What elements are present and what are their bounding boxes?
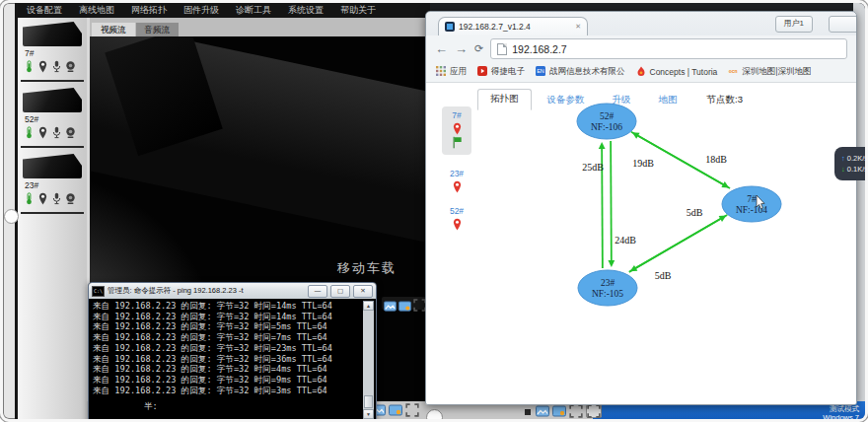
maximize-button[interactable]: ▢ (330, 285, 350, 298)
menu-item[interactable]: 系统设置 (288, 4, 324, 17)
node-nf-label: NF:-106 (591, 122, 622, 132)
device-thumbnail (23, 154, 82, 178)
cmd-vertical-scrollbar[interactable]: ▲ ▼ (363, 301, 374, 419)
edge-db-label: 5dB (687, 207, 703, 218)
menu-item[interactable]: 离线地图 (79, 4, 114, 17)
bookmarks-bar: 应用得捷电子EN战网信息技术有限公Concepts | Tutoriaocn深圳… (426, 62, 856, 83)
topology-node[interactable]: 52#NF:-106 (577, 104, 636, 139)
page-device-item[interactable]: 23# (442, 169, 471, 193)
device-card[interactable]: 23# (18, 150, 87, 216)
cmd-titlebar[interactable]: C:\ 管理员: 命令提示符 - ping 192.168.2.23 -t — … (89, 283, 376, 299)
topology-node[interactable]: 23#NF:-105 (578, 270, 637, 306)
device-label: 23# (25, 180, 84, 190)
edge-db-label: 19dB (632, 158, 654, 169)
page-icon (497, 43, 507, 55)
bookmark-item[interactable]: EN战网信息技术有限公 (536, 66, 625, 78)
device-card[interactable]: 52# (18, 84, 87, 150)
network-speed-badge[interactable]: ↑0.2K/s ↓0.1K/s (834, 147, 868, 180)
pin-icon[interactable] (37, 59, 48, 77)
camera-icon[interactable] (65, 125, 76, 143)
page-device-item[interactable]: 52# (442, 206, 471, 231)
bookmark-label: 应用 (450, 66, 467, 78)
edge-db-label: 5dB (655, 270, 672, 281)
cmd-icon: C:\ (92, 286, 105, 297)
window-control-button[interactable] (829, 16, 857, 33)
en-icon: EN (536, 66, 545, 78)
fullscreen-icon[interactable] (405, 404, 419, 416)
page-device-item[interactable]: 7# (442, 106, 471, 155)
bookmark-item[interactable]: 应用 (436, 66, 467, 78)
page-tab[interactable]: 拓扑图 (477, 89, 532, 110)
topology-graph: 25dB19dB18dB5dB24dB5dB52#NF:-1067#NF:-10… (532, 93, 828, 324)
device-label: 7# (442, 110, 471, 120)
menu-item[interactable]: 诊断工具 (236, 4, 271, 17)
page-content: 拓扑图设备参数升级地图节点数:3 7#23#52# 25dB19dB18dB5d… (426, 83, 856, 404)
camera-icon[interactable] (65, 191, 76, 209)
scrollbar-thumb[interactable] (364, 395, 373, 408)
ping-line: 来自 192.168.2.23 的回复: 字节=32 时间=14ms TTL=6… (93, 301, 362, 312)
node-nf-label: NF:-105 (592, 289, 623, 299)
ping-line: 来自 192.168.2.23 的回复: 字节=32 时间=9ms TTL=64 (93, 375, 362, 386)
bookmark-item[interactable]: Concepts | Tutoria (636, 66, 718, 78)
bookmark-label: 战网信息技术有限公 (549, 66, 625, 78)
ping-line: 来自 192.168.2.23 的回复: 字节=32 时间=5ms TTL=64 (93, 321, 362, 332)
minimize-button[interactable]: — (308, 285, 327, 298)
menu-item[interactable]: 设备配置 (27, 4, 62, 17)
pin-icon[interactable] (37, 191, 48, 209)
red-pin-icon[interactable] (442, 122, 471, 135)
snapshot-icon[interactable] (384, 298, 397, 309)
menu-item[interactable]: 帮助关于 (340, 4, 376, 17)
forward-icon[interactable]: → (455, 42, 468, 55)
address-bar[interactable]: 192.168.2.7 (490, 38, 847, 59)
close-button[interactable]: ✕ (353, 285, 373, 298)
scroll-up-icon[interactable]: ▲ (363, 301, 374, 311)
bookmark-item[interactable]: 得捷电子 (477, 66, 525, 78)
thermometer-icon[interactable] (24, 59, 35, 77)
video-controls-left (372, 404, 419, 416)
bookmark-label: 深圳地图|深圳地图 (742, 66, 811, 78)
fullscreen-icon[interactable] (586, 404, 602, 418)
record-icon[interactable] (389, 404, 402, 416)
thermometer-icon[interactable] (24, 125, 35, 143)
scroll-down-icon[interactable]: ▼ (363, 409, 374, 419)
browser-tabstrip: 192.168.2.7_v1.2.4 ✕ 用户1 (426, 12, 856, 35)
browser-tab[interactable]: 192.168.2.7_v1.2.4 ✕ (438, 17, 588, 35)
snapshot-icon[interactable] (536, 405, 549, 417)
menu-item[interactable]: 网络拓扑 (131, 4, 167, 17)
user-profile-button[interactable]: 用户1 (775, 16, 813, 33)
cmd-output-area: 来自 192.168.2.23 的回复: 字节=32 时间=14ms TTL=6… (90, 299, 375, 422)
page-device-list: 7#23#52# (442, 106, 471, 244)
red-pin-icon[interactable] (442, 180, 471, 193)
thermometer-icon[interactable] (24, 191, 35, 209)
url-text: 192.168.2.7 (512, 43, 566, 55)
mic-icon[interactable] (51, 191, 62, 209)
download-arrow-icon: ↓ (841, 165, 845, 174)
strip-knob[interactable] (426, 409, 443, 422)
record-icon[interactable] (552, 405, 566, 417)
mic-icon[interactable] (51, 125, 62, 143)
device-card[interactable]: 7# (18, 18, 87, 84)
record-icon[interactable] (398, 298, 411, 309)
ping-output: 来自 192.168.2.23 的回复: 字节=32 时间=14ms TTL=6… (93, 301, 362, 412)
tab-close-icon[interactable]: ✕ (575, 23, 581, 31)
topology-node[interactable]: 7#NF:-104 (722, 186, 781, 222)
edge-db-label: 25dB (582, 162, 604, 173)
flag-icon[interactable] (442, 136, 471, 149)
play-icon (477, 66, 487, 78)
mic-icon[interactable] (51, 59, 62, 77)
pin-icon[interactable] (37, 125, 48, 143)
back-icon[interactable]: ← (435, 42, 448, 55)
camera-icon[interactable] (65, 59, 76, 77)
video-watermark-text: 移动车载 (337, 259, 397, 277)
browser-navbar: ← → ⟳ 192.168.2.7 (426, 35, 856, 62)
fullscreen-icon[interactable] (569, 405, 583, 417)
reload-icon[interactable]: ⟳ (474, 42, 483, 55)
svg-text:ocn: ocn (729, 68, 738, 74)
bookmark-item[interactable]: ocn深圳地图|深圳地图 (728, 66, 811, 78)
ping-partial-line: 半: (93, 401, 362, 412)
menu-item[interactable]: 固件升级 (183, 4, 219, 17)
download-speed: 0.1K/s (847, 165, 868, 174)
flame-icon (636, 66, 646, 78)
red-pin-icon[interactable] (442, 218, 471, 231)
splitter-knob[interactable] (4, 209, 19, 224)
